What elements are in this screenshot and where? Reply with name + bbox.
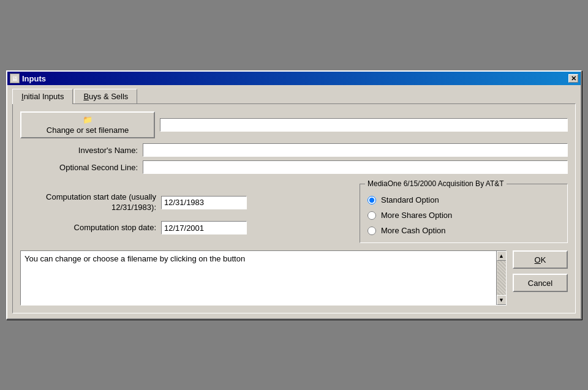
window-content: Initial Inputs Buys & Sells 📁 Change or … bbox=[7, 85, 581, 318]
investor-label: Investor's Name: bbox=[20, 146, 143, 155]
optional-label: Optional Second Line: bbox=[20, 163, 143, 172]
title-bar: 🖥 Inputs ✕ bbox=[7, 72, 581, 85]
window-icon: 🖥 bbox=[10, 73, 20, 83]
standard-option-label: Standard Option bbox=[381, 195, 439, 204]
info-text: You can change or choose a filename by c… bbox=[21, 251, 496, 305]
stop-date-input[interactable] bbox=[161, 221, 247, 234]
tab-initial-inputs[interactable]: Initial Inputs bbox=[12, 89, 73, 104]
tab-initial-label: Initial Inputs bbox=[21, 92, 64, 101]
standard-option-row[interactable]: Standard Option bbox=[368, 195, 560, 204]
change-filename-label: Change or set filename bbox=[47, 126, 129, 135]
window-title: Inputs bbox=[22, 74, 46, 83]
standard-option-radio[interactable] bbox=[368, 196, 376, 204]
more-shares-option-row[interactable]: More Shares Option bbox=[368, 211, 560, 220]
filename-row: 📁 Change or set filename bbox=[20, 111, 568, 138]
optional-row: Optional Second Line: bbox=[20, 160, 568, 174]
scrollbar: ▲ ▼ bbox=[496, 251, 506, 305]
change-filename-button[interactable]: 📁 Change or set filename bbox=[20, 111, 155, 138]
title-bar-left: 🖥 Inputs bbox=[10, 73, 46, 83]
start-date-row: Computation start date (usually12/31/198… bbox=[20, 192, 352, 213]
start-date-input[interactable] bbox=[161, 196, 247, 209]
bottom-section: You can change or choose a filename by c… bbox=[20, 250, 568, 306]
tab-buys-label: Buys & Sells bbox=[83, 92, 128, 101]
more-shares-option-label: More Shares Option bbox=[381, 211, 452, 220]
scroll-up-button[interactable]: ▲ bbox=[497, 251, 507, 261]
groupbox-title: MediaOne 6/15/2000 Acquisition By AT&T bbox=[365, 179, 507, 188]
investor-row: Investor's Name: bbox=[20, 143, 568, 157]
scroll-track bbox=[497, 261, 506, 295]
radio-group: Standard Option More Shares Option More … bbox=[368, 189, 560, 235]
more-shares-option-radio[interactable] bbox=[368, 211, 376, 220]
close-button[interactable]: ✕ bbox=[568, 74, 578, 83]
middle-section: Computation start date (usually12/31/198… bbox=[20, 184, 568, 243]
investor-name-input[interactable] bbox=[143, 143, 568, 157]
more-cash-option-label: More Cash Option bbox=[381, 226, 446, 235]
ok-button[interactable]: OK bbox=[513, 250, 568, 269]
optional-line-input[interactable] bbox=[143, 160, 568, 174]
more-cash-option-radio[interactable] bbox=[368, 227, 376, 235]
filename-input[interactable] bbox=[160, 118, 568, 132]
action-buttons: OK Cancel bbox=[513, 250, 568, 294]
tab-bar: Initial Inputs Buys & Sells bbox=[12, 89, 576, 103]
tab-panel: 📁 Change or set filename Investor's Name… bbox=[12, 103, 576, 313]
folder-icon: 📁 bbox=[83, 115, 92, 124]
info-box: You can change or choose a filename by c… bbox=[20, 250, 507, 306]
acquisition-groupbox: MediaOne 6/15/2000 Acquisition By AT&T S… bbox=[360, 184, 568, 243]
tab-buys-sells[interactable]: Buys & Sells bbox=[74, 89, 137, 103]
more-cash-option-row[interactable]: More Cash Option bbox=[368, 226, 560, 235]
cancel-button[interactable]: Cancel bbox=[513, 274, 568, 292]
main-window: 🖥 Inputs ✕ Initial Inputs Buys & Sells 📁… bbox=[6, 70, 582, 320]
scroll-down-button[interactable]: ▼ bbox=[497, 295, 507, 305]
stop-date-row: Computation stop date: bbox=[20, 221, 352, 234]
stop-date-label: Computation stop date: bbox=[20, 223, 161, 233]
start-date-label: Computation start date (usually12/31/198… bbox=[20, 192, 161, 213]
dates-section: Computation start date (usually12/31/198… bbox=[20, 184, 352, 243]
